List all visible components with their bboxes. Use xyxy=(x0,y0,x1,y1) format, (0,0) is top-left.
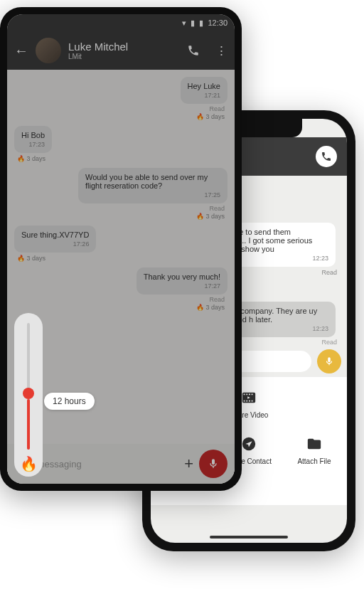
message-out[interactable]: Thank you very much!17:27 xyxy=(7,266,235,296)
phone-icon xyxy=(187,44,200,57)
mic-button[interactable] xyxy=(317,349,341,373)
read-label: Read xyxy=(7,105,235,112)
contact-info[interactable]: Luke Mitchel LMit xyxy=(68,41,128,60)
slider-fill xyxy=(27,399,30,450)
message-text: Hey Luke xyxy=(188,82,220,90)
message-time: 17:25 xyxy=(85,191,220,198)
call-button[interactable] xyxy=(316,146,337,167)
burn-timer-slider[interactable]: 🔥 xyxy=(14,313,43,477)
flame-icon: 🔥 xyxy=(20,455,38,472)
back-button[interactable]: ← xyxy=(14,43,28,59)
attach-button[interactable]: + xyxy=(184,455,193,473)
status-bar: ▾ ▮ ▮ 12:30 xyxy=(7,14,235,31)
avatar[interactable] xyxy=(36,38,61,63)
message-in[interactable]: Hi Bob17:23 xyxy=(7,124,235,154)
message-text: Thank you very much! xyxy=(144,272,220,281)
call-button[interactable] xyxy=(187,43,200,58)
attach-file[interactable]: Attach File xyxy=(282,433,347,465)
message-text: Would you be able to send over my flight… xyxy=(85,173,220,190)
attach-label: Attach File xyxy=(282,457,347,465)
slider-value-label: 12 hours xyxy=(44,393,95,410)
burn-info: 🔥 3 days xyxy=(7,112,235,124)
message-time: 17:27 xyxy=(144,282,220,290)
message-in[interactable]: Sure thing.XV77YD17:26 xyxy=(7,224,235,254)
video-icon xyxy=(240,390,258,405)
status-time: 12:30 xyxy=(208,18,228,27)
signal-icon: ▮ xyxy=(191,18,195,28)
screen: ▾ ▮ ▮ 12:30 ← Luke Mitchel LMit ⋮ Hey Lu… xyxy=(7,14,235,484)
home-indicator xyxy=(210,536,288,539)
folder-icon xyxy=(306,436,323,452)
more-button[interactable]: ⋮ xyxy=(215,43,228,58)
message-time: 17:21 xyxy=(188,92,220,99)
contact-name: Luke Mitchel xyxy=(68,41,128,53)
phone-frame-android: ▾ ▮ ▮ 12:30 ← Luke Mitchel LMit ⋮ Hey Lu… xyxy=(0,7,242,491)
mic-icon xyxy=(324,356,334,366)
slider-thumb[interactable] xyxy=(23,388,34,399)
mic-button[interactable] xyxy=(199,450,228,478)
message-time: 17:26 xyxy=(21,240,89,248)
slider-track[interactable] xyxy=(27,323,30,450)
message-out[interactable]: Would you be able to send over my flight… xyxy=(7,166,235,205)
message-text: Sure thing.XV77YD xyxy=(21,230,89,239)
burn-info: 🔥 3 days xyxy=(7,254,235,266)
wifi-icon: ▾ xyxy=(182,18,186,28)
mic-icon xyxy=(208,458,219,470)
read-label: Read xyxy=(7,296,235,303)
chat-header: ← Luke Mitchel LMit ⋮ xyxy=(7,31,235,70)
burn-info: 🔥 3 days xyxy=(7,154,235,166)
message-time: 17:23 xyxy=(21,141,45,148)
battery-icon: ▮ xyxy=(199,18,203,28)
message-out[interactable]: Hey Luke17:21 xyxy=(7,75,235,105)
read-label: Read xyxy=(7,205,235,212)
phone-icon xyxy=(321,151,332,162)
contact-sub: LMit xyxy=(68,53,128,60)
message-text: Hi Bob xyxy=(21,131,45,139)
burn-info: 🔥 3 days xyxy=(7,212,235,224)
contact-icon xyxy=(240,436,257,452)
burn-info: 🔥 3 days xyxy=(7,303,235,315)
